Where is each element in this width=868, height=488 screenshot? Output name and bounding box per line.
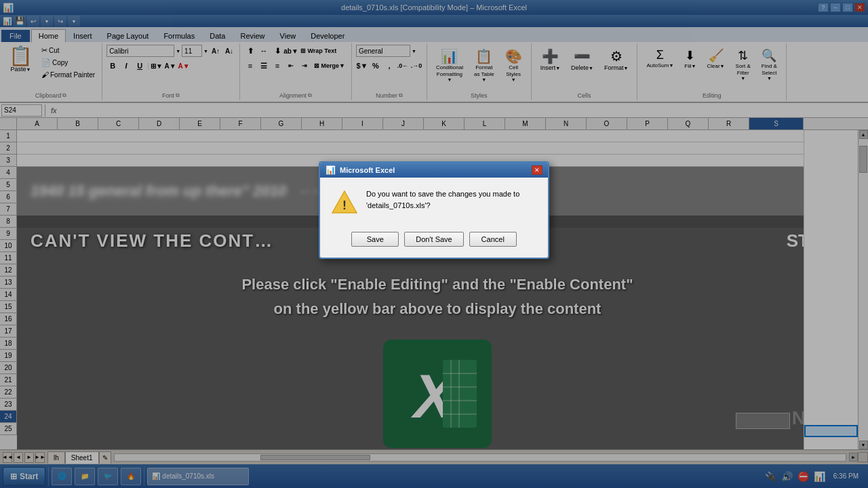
dialog-title-bar: 📊 Microsoft Excel ✕	[320, 163, 548, 178]
save-button[interactable]: Save	[351, 232, 399, 247]
dialog-message-line1: Do you want to save the changes you made…	[366, 188, 519, 200]
warning-icon-container: !	[331, 188, 358, 216]
dialog-message: Do you want to save the changes you made…	[366, 188, 519, 211]
dialog-buttons: Save Don't Save Cancel	[320, 226, 548, 258]
dialog-message-line2: 'details_0710s.xls'?	[366, 200, 519, 211]
cancel-button[interactable]: Cancel	[469, 232, 517, 247]
dialog-app-icon: 📊	[326, 165, 336, 175]
svg-text:!: !	[342, 199, 347, 212]
warning-icon: !	[331, 188, 358, 216]
dont-save-button[interactable]: Don't Save	[404, 232, 463, 247]
dialog-title: Microsoft Excel	[340, 166, 395, 174]
dialog-content: ! Do you want to save the changes you ma…	[320, 178, 548, 226]
dialog-title-left: 📊 Microsoft Excel	[326, 165, 395, 175]
dialog-close-btn[interactable]: ✕	[532, 165, 542, 175]
modal-overlay: 📊 Microsoft Excel ✕ ! Do you want to sav…	[0, 0, 868, 488]
save-dialog: 📊 Microsoft Excel ✕ ! Do you want to sav…	[319, 161, 549, 259]
